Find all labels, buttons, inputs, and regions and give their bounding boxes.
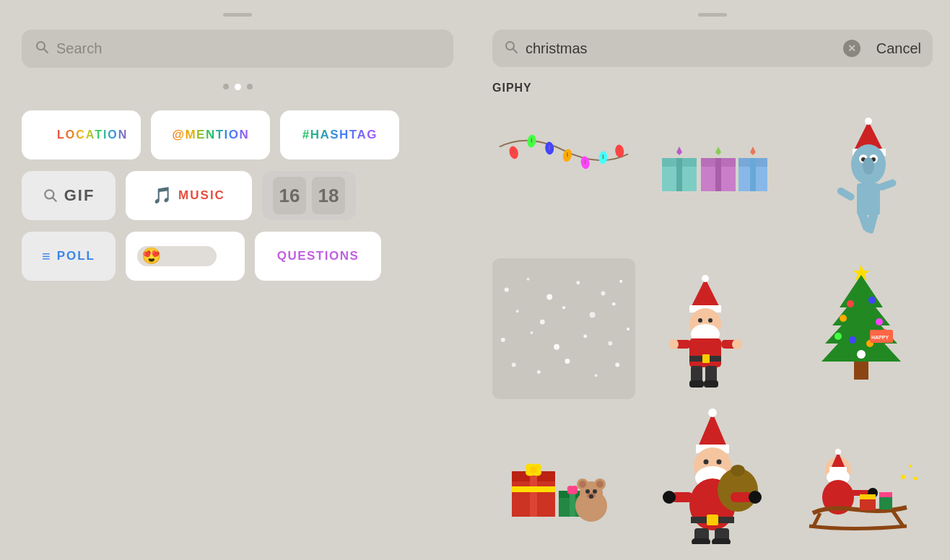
dot-1 [223, 84, 229, 89]
gif-item-squid[interactable] [790, 105, 933, 253]
svg-point-34 [865, 118, 872, 125]
slider-track: 😍 [137, 246, 217, 266]
svg-rect-26 [715, 158, 721, 191]
svg-point-40 [863, 157, 874, 175]
svg-point-49 [576, 281, 580, 284]
svg-point-59 [554, 344, 559, 349]
svg-point-62 [627, 328, 629, 331]
svg-point-158 [909, 465, 912, 468]
svg-point-61 [608, 341, 612, 345]
gif-item-santa-big[interactable] [641, 405, 784, 546]
left-panel: Search 📍 LOCATION @MENTION #HASHTAG [0, 0, 475, 560]
dot-3 [247, 84, 253, 89]
gif-grid: HAPPY [492, 105, 933, 546]
gif-item-snow[interactable] [492, 258, 635, 399]
svg-text:HAPPY: HAPPY [871, 335, 889, 340]
emoji-slider-sticker[interactable]: 😍 [126, 232, 245, 281]
cancel-button[interactable]: Cancel [868, 40, 921, 57]
svg-point-50 [601, 291, 605, 295]
svg-point-52 [516, 310, 519, 312]
gif-sticker[interactable]: GIF [22, 171, 116, 220]
svg-point-95 [876, 318, 883, 325]
gift-boxes-svg [655, 118, 770, 240]
santa-big-svg [658, 407, 767, 544]
svg-point-124 [589, 494, 593, 499]
svg-point-94 [840, 315, 847, 322]
giphy-label: GIPHY [492, 82, 933, 95]
svg-point-121 [585, 489, 590, 494]
svg-point-120 [596, 481, 603, 488]
svg-point-98 [849, 336, 856, 344]
svg-line-5 [513, 49, 518, 53]
poll-sticker[interactable]: ≡ POLL [22, 232, 116, 281]
svg-point-157 [901, 475, 905, 479]
poll-label: POLL [57, 249, 95, 263]
gif-search-icon [43, 188, 58, 204]
gif-item-santa-sleigh[interactable] [790, 405, 933, 546]
svg-point-85 [732, 339, 742, 349]
svg-point-109 [530, 466, 537, 473]
gif-item-gifts[interactable] [641, 105, 784, 253]
search-input-value: christmas [526, 40, 836, 57]
search-icon [35, 40, 49, 58]
search-icon-right [504, 40, 518, 57]
santa-small-svg [669, 268, 756, 390]
svg-line-3 [52, 198, 56, 201]
search-bar-right[interactable]: christmas ✕ Cancel [492, 30, 933, 67]
svg-point-96 [834, 333, 842, 340]
search-bar-left[interactable]: Search [22, 30, 453, 68]
music-sticker[interactable]: 🎵 MUSIC [126, 171, 252, 220]
gifts-bear-svg [501, 412, 627, 538]
svg-point-70 [702, 275, 709, 282]
svg-rect-45 [877, 178, 897, 191]
location-sticker[interactable]: 📍 LOCATION [22, 110, 141, 159]
right-panel: christmas ✕ Cancel GIPHY [475, 0, 950, 560]
svg-point-119 [579, 481, 586, 488]
questions-label: QUESTIONS [277, 249, 359, 263]
gif-item-tree[interactable]: HAPPY [790, 258, 933, 399]
gif-item-gifts-bottom[interactable] [492, 405, 635, 546]
sticker-grid: 📍 LOCATION @MENTION #HASHTAG GIF 🎵 MUS [22, 110, 453, 281]
gif-item-santa-small[interactable] [641, 258, 784, 399]
svg-point-57 [501, 337, 505, 341]
svg-point-130 [704, 459, 709, 464]
svg-rect-105 [530, 471, 537, 517]
countdown-sticker[interactable]: 16 18 [262, 171, 356, 220]
poll-icon: ≡ [42, 248, 51, 265]
svg-point-56 [612, 302, 616, 305]
gif-item-lights[interactable] [492, 105, 635, 253]
mention-sticker[interactable]: @MENTION [151, 110, 270, 159]
questions-sticker[interactable]: QUESTIONS [255, 232, 381, 281]
hashtag-sticker[interactable]: #HASHTAG [280, 110, 399, 159]
svg-rect-30 [750, 158, 756, 191]
svg-marker-68 [691, 279, 720, 307]
svg-line-1 [44, 49, 48, 53]
svg-point-143 [663, 491, 676, 504]
svg-rect-81 [704, 380, 718, 388]
christmas-tree-svg: HAPPY [811, 261, 912, 398]
svg-rect-112 [570, 491, 575, 517]
svg-rect-106 [512, 486, 555, 492]
music-icon: 🎵 [152, 186, 173, 205]
slider-emoji: 😍 [140, 247, 162, 266]
music-label: MUSIC [178, 188, 225, 203]
squidward-svg [811, 107, 912, 251]
svg-marker-23 [674, 146, 685, 155]
svg-point-55 [590, 312, 596, 318]
svg-point-159 [913, 477, 917, 481]
svg-point-53 [540, 319, 545, 324]
svg-marker-27 [712, 146, 724, 155]
svg-point-122 [593, 489, 597, 494]
svg-rect-80 [689, 380, 704, 388]
svg-point-64 [537, 369, 541, 373]
svg-point-48 [546, 294, 552, 299]
gif-label: GIF [64, 186, 95, 205]
svg-point-131 [717, 459, 722, 464]
svg-point-54 [562, 306, 565, 309]
svg-point-127 [708, 408, 717, 417]
svg-point-63 [512, 362, 516, 367]
svg-point-100 [857, 350, 866, 359]
svg-rect-91 [854, 362, 868, 380]
svg-point-46 [505, 287, 509, 292]
clear-search-button[interactable]: ✕ [843, 40, 860, 57]
